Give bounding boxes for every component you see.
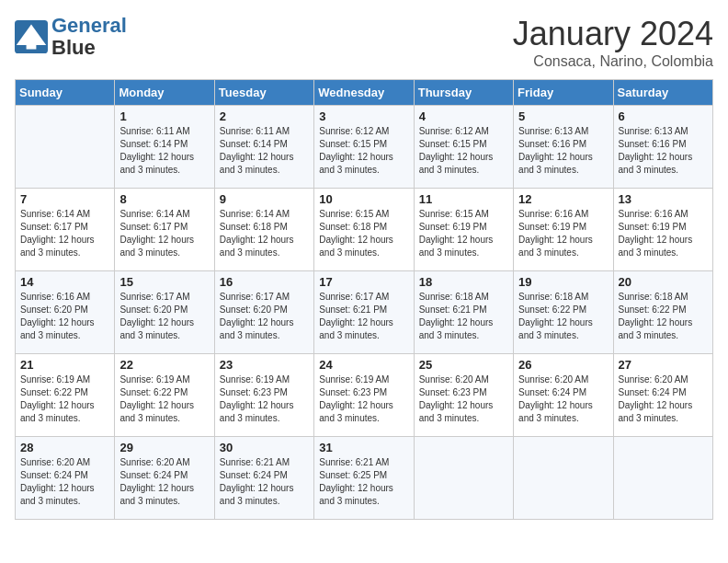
day-number: 18 [419, 275, 508, 289]
title-area: January 2024 Consaca, Narino, Colombia [513, 15, 713, 70]
day-number: 9 [220, 192, 309, 206]
day-number: 10 [319, 192, 408, 206]
day-info: Sunrise: 6:17 AM Sunset: 6:20 PM Dayligh… [220, 291, 309, 342]
calendar-cell: 11Sunrise: 6:15 AM Sunset: 6:19 PM Dayli… [414, 189, 513, 271]
day-number: 25 [419, 358, 508, 372]
calendar-cell: 9Sunrise: 6:14 AM Sunset: 6:18 PM Daylig… [214, 189, 313, 271]
calendar-table: SundayMondayTuesdayWednesdayThursdayFrid… [15, 79, 713, 520]
calendar-cell [514, 437, 613, 520]
day-header-monday: Monday [115, 80, 214, 106]
day-info: Sunrise: 6:19 AM Sunset: 6:22 PM Dayligh… [20, 373, 109, 425]
day-number: 24 [319, 358, 408, 372]
day-info: Sunrise: 6:16 AM Sunset: 6:19 PM Dayligh… [619, 208, 708, 259]
day-number: 22 [119, 358, 209, 372]
day-info: Sunrise: 6:21 AM Sunset: 6:25 PM Dayligh… [319, 456, 408, 508]
logo: General Blue [15, 15, 127, 59]
calendar-cell: 7Sunrise: 6:14 AM Sunset: 6:17 PM Daylig… [16, 189, 115, 271]
calendar-cell: 2Sunrise: 6:11 AM Sunset: 6:14 PM Daylig… [214, 106, 313, 189]
day-number: 17 [319, 275, 408, 289]
day-header-sunday: Sunday [16, 80, 115, 106]
calendar-cell: 31Sunrise: 6:21 AM Sunset: 6:25 PM Dayli… [314, 437, 414, 520]
day-info: Sunrise: 6:19 AM Sunset: 6:23 PM Dayligh… [220, 373, 309, 425]
day-header-friday: Friday [514, 80, 613, 106]
calendar-cell: 14Sunrise: 6:16 AM Sunset: 6:20 PM Dayli… [16, 271, 115, 354]
day-number: 26 [518, 358, 608, 372]
day-info: Sunrise: 6:13 AM Sunset: 6:16 PM Dayligh… [518, 125, 608, 177]
calendar-cell: 23Sunrise: 6:19 AM Sunset: 6:23 PM Dayli… [214, 354, 313, 437]
day-info: Sunrise: 6:16 AM Sunset: 6:19 PM Dayligh… [518, 208, 608, 259]
day-number: 30 [220, 441, 309, 454]
day-number: 28 [20, 441, 109, 454]
logo-icon [15, 20, 48, 53]
day-number: 2 [220, 109, 309, 123]
day-number: 21 [20, 358, 109, 372]
calendar-cell: 21Sunrise: 6:19 AM Sunset: 6:22 PM Dayli… [16, 354, 115, 437]
calendar-cell: 10Sunrise: 6:15 AM Sunset: 6:18 PM Dayli… [314, 189, 414, 271]
day-header-saturday: Saturday [613, 80, 712, 106]
day-info: Sunrise: 6:20 AM Sunset: 6:24 PM Dayligh… [518, 373, 608, 425]
calendar-cell: 25Sunrise: 6:20 AM Sunset: 6:23 PM Dayli… [414, 354, 513, 437]
calendar-cell: 27Sunrise: 6:20 AM Sunset: 6:24 PM Dayli… [613, 354, 712, 437]
logo-text: General Blue [51, 15, 127, 59]
day-info: Sunrise: 6:18 AM Sunset: 6:21 PM Dayligh… [419, 291, 508, 342]
day-info: Sunrise: 6:11 AM Sunset: 6:14 PM Dayligh… [220, 125, 309, 177]
calendar-cell: 20Sunrise: 6:18 AM Sunset: 6:22 PM Dayli… [613, 271, 712, 354]
day-info: Sunrise: 6:17 AM Sunset: 6:21 PM Dayligh… [319, 291, 408, 342]
calendar-cell: 29Sunrise: 6:20 AM Sunset: 6:24 PM Dayli… [115, 437, 214, 520]
day-info: Sunrise: 6:14 AM Sunset: 6:17 PM Dayligh… [20, 208, 109, 259]
day-info: Sunrise: 6:18 AM Sunset: 6:22 PM Dayligh… [619, 291, 708, 342]
calendar-cell: 6Sunrise: 6:13 AM Sunset: 6:16 PM Daylig… [613, 106, 712, 189]
day-number: 27 [619, 358, 708, 372]
day-info: Sunrise: 6:20 AM Sunset: 6:24 PM Dayligh… [619, 373, 708, 425]
day-number: 6 [619, 109, 708, 123]
day-info: Sunrise: 6:15 AM Sunset: 6:18 PM Dayligh… [319, 208, 408, 259]
day-info: Sunrise: 6:15 AM Sunset: 6:19 PM Dayligh… [419, 208, 508, 259]
calendar-cell: 19Sunrise: 6:18 AM Sunset: 6:22 PM Dayli… [514, 271, 613, 354]
day-info: Sunrise: 6:17 AM Sunset: 6:20 PM Dayligh… [119, 291, 209, 342]
day-info: Sunrise: 6:20 AM Sunset: 6:24 PM Dayligh… [119, 456, 209, 508]
day-number: 11 [419, 192, 508, 206]
day-info: Sunrise: 6:13 AM Sunset: 6:16 PM Dayligh… [619, 125, 708, 177]
calendar-cell: 22Sunrise: 6:19 AM Sunset: 6:22 PM Dayli… [115, 354, 214, 437]
day-number: 16 [220, 275, 309, 289]
calendar-cell: 1Sunrise: 6:11 AM Sunset: 6:14 PM Daylig… [115, 106, 214, 189]
day-info: Sunrise: 6:11 AM Sunset: 6:14 PM Dayligh… [119, 125, 209, 177]
day-info: Sunrise: 6:20 AM Sunset: 6:23 PM Dayligh… [419, 373, 508, 425]
month-title: January 2024 [513, 15, 713, 53]
day-number: 8 [119, 192, 209, 206]
header: General Blue January 2024 Consaca, Narin… [15, 15, 713, 70]
day-number: 5 [518, 109, 608, 123]
subtitle: Consaca, Narino, Colombia [513, 53, 713, 70]
day-info: Sunrise: 6:21 AM Sunset: 6:24 PM Dayligh… [220, 456, 309, 508]
calendar-cell: 12Sunrise: 6:16 AM Sunset: 6:19 PM Dayli… [514, 189, 613, 271]
day-info: Sunrise: 6:14 AM Sunset: 6:18 PM Dayligh… [220, 208, 309, 259]
day-info: Sunrise: 6:12 AM Sunset: 6:15 PM Dayligh… [419, 125, 508, 177]
day-number: 23 [220, 358, 309, 372]
day-number: 31 [319, 441, 408, 454]
day-info: Sunrise: 6:14 AM Sunset: 6:17 PM Dayligh… [119, 208, 209, 259]
day-number: 4 [419, 109, 508, 123]
day-info: Sunrise: 6:18 AM Sunset: 6:22 PM Dayligh… [518, 291, 608, 342]
day-info: Sunrise: 6:19 AM Sunset: 6:22 PM Dayligh… [119, 373, 209, 425]
day-number: 7 [20, 192, 109, 206]
calendar-cell [414, 437, 513, 520]
calendar-cell: 16Sunrise: 6:17 AM Sunset: 6:20 PM Dayli… [214, 271, 313, 354]
day-info: Sunrise: 6:12 AM Sunset: 6:15 PM Dayligh… [319, 125, 408, 177]
calendar-cell: 4Sunrise: 6:12 AM Sunset: 6:15 PM Daylig… [414, 106, 513, 189]
calendar-cell [613, 437, 712, 520]
day-number: 29 [119, 441, 209, 454]
calendar-cell: 26Sunrise: 6:20 AM Sunset: 6:24 PM Dayli… [514, 354, 613, 437]
day-number: 19 [518, 275, 608, 289]
day-number: 15 [119, 275, 209, 289]
day-number: 12 [518, 192, 608, 206]
calendar-cell: 17Sunrise: 6:17 AM Sunset: 6:21 PM Dayli… [314, 271, 414, 354]
day-number: 1 [119, 109, 209, 123]
calendar-cell: 3Sunrise: 6:12 AM Sunset: 6:15 PM Daylig… [314, 106, 414, 189]
calendar-cell: 15Sunrise: 6:17 AM Sunset: 6:20 PM Dayli… [115, 271, 214, 354]
day-info: Sunrise: 6:19 AM Sunset: 6:23 PM Dayligh… [319, 373, 408, 425]
day-number: 13 [619, 192, 708, 206]
calendar-cell: 8Sunrise: 6:14 AM Sunset: 6:17 PM Daylig… [115, 189, 214, 271]
day-info: Sunrise: 6:20 AM Sunset: 6:24 PM Dayligh… [20, 456, 109, 508]
calendar-cell: 18Sunrise: 6:18 AM Sunset: 6:21 PM Dayli… [414, 271, 513, 354]
calendar-cell: 5Sunrise: 6:13 AM Sunset: 6:16 PM Daylig… [514, 106, 613, 189]
